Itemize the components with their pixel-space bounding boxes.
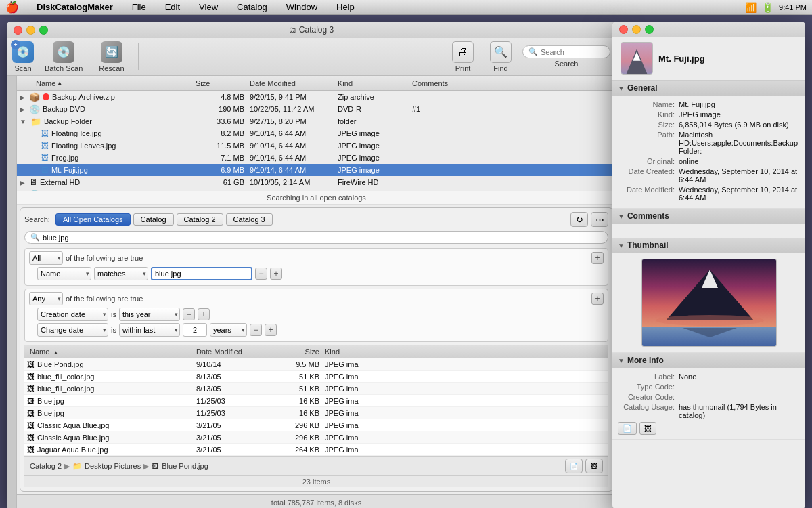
find-button[interactable]: 🔍 Find	[484, 39, 517, 75]
all-select-wrapper[interactable]: All Any	[29, 251, 63, 265]
search-tab-catalog[interactable]: Catalog	[133, 213, 174, 226]
info-row-label: Label: None	[618, 373, 800, 381]
change-field-wrapper[interactable]: Change date	[37, 323, 108, 337]
add-criteria-btn[interactable]: +	[591, 252, 604, 264]
any-select-wrapper[interactable]: Any All	[29, 292, 63, 305]
col-kind-header[interactable]: Kind	[338, 79, 412, 87]
creation-val-select[interactable]: this year	[119, 308, 180, 321]
batch-scan-button[interactable]: 💿 Batch Scan	[39, 39, 88, 75]
operator-select-wrapper[interactable]: matches	[94, 267, 148, 280]
comments-section-header[interactable]: ▼ Comments	[612, 209, 805, 224]
menu-window[interactable]: Window	[282, 1, 321, 14]
field-select-wrapper[interactable]: Name	[37, 267, 91, 280]
remove-creation-btn[interactable]: −	[183, 308, 195, 320]
search-tab-catalog2[interactable]: Catalog 2	[177, 213, 223, 226]
toolbar-sep	[138, 43, 139, 70]
right-min-btn[interactable]	[632, 25, 641, 34]
search-more-btn[interactable]: ⋯	[591, 212, 608, 227]
dvd-icon: 💿	[29, 104, 40, 114]
menu-edit[interactable]: Edit	[161, 1, 184, 14]
table-row[interactable]: 🖼 Floating Ice.jpg 8.2 MB 9/10/14, 6:44 …	[17, 127, 616, 140]
operator-select[interactable]: matches	[94, 267, 148, 280]
table-row[interactable]: ▶ 💿 Backup DVD 190 MB 10/22/05, 11:42 AM…	[17, 103, 616, 115]
breadcrumb-file[interactable]: Blue Pond.jpg	[162, 462, 208, 470]
add-inner-btn[interactable]: +	[591, 293, 604, 305]
change-val-select[interactable]: within last	[119, 323, 180, 337]
maximize-button[interactable]	[39, 26, 48, 35]
table-row[interactable]: ▶ 🖥 External HD 61 GB 10/10/05, 2:14 AM …	[17, 176, 616, 188]
search-tab-catalog3[interactable]: Catalog 3	[226, 213, 273, 226]
unit-select[interactable]: years	[210, 323, 247, 337]
any-select[interactable]: Any All	[29, 292, 63, 305]
search-refresh-btn[interactable]: ↻	[570, 212, 588, 227]
print-button[interactable]: 🖨 Print	[447, 39, 479, 75]
breadcrumb-file-btn[interactable]: 📄	[565, 459, 583, 473]
table-row[interactable]: ▼ 📁 Backup Folder 33.6 MB 9/27/15, 8:20 …	[17, 115, 616, 127]
table-row[interactable]: ▶ 📦 Backup Archive.zip 4.8 MB 9/20/15, 9…	[17, 91, 616, 103]
col-comments-header[interactable]: Comments	[412, 79, 613, 87]
change-field-select[interactable]: Change date	[37, 323, 108, 337]
col-size-header[interactable]: Size	[196, 79, 250, 87]
apple-menu[interactable]: 🍎	[5, 1, 19, 14]
tree-toggle[interactable]: ▶	[20, 93, 25, 101]
tree-toggle[interactable]: ▶	[20, 106, 25, 113]
remove-criteria-btn[interactable]: −	[255, 268, 267, 280]
num-input[interactable]	[183, 323, 207, 337]
search-tab-all[interactable]: All Open Catalogs	[55, 213, 131, 226]
list-item[interactable]: 🖼 Blue Pond.jpg 9/10/14 9.5 MB JPEG ima	[24, 358, 608, 371]
value-input[interactable]	[151, 267, 252, 280]
menu-help[interactable]: Help	[332, 1, 359, 14]
creation-field-wrapper[interactable]: Creation date	[37, 308, 108, 321]
search-input-box[interactable]: 🔍	[24, 231, 608, 244]
all-select[interactable]: All Any	[29, 251, 63, 265]
list-item[interactable]: 🖼 blue_fill_color.jpg 8/13/05 51 KB JPEG…	[24, 383, 608, 395]
table-row[interactable]: 🖼 Floating Leaves.jpg 11.5 MB 9/10/14, 6…	[17, 140, 616, 152]
menu-view[interactable]: View	[195, 1, 222, 14]
search-input[interactable]	[43, 234, 602, 242]
res-col-date[interactable]: Date Modified	[196, 347, 277, 356]
more-info-section-header[interactable]: ▼ More Info	[612, 353, 805, 368]
list-item[interactable]: 🖼 Blue.jpg 11/25/03 16 KB JPEG ima	[24, 407, 608, 419]
tree-toggle[interactable]: ▼	[20, 118, 26, 125]
creation-val-wrapper[interactable]: this year	[119, 308, 180, 321]
menu-file[interactable]: File	[128, 1, 150, 14]
menu-app[interactable]: DiskCatalogMaker	[32, 1, 117, 14]
img-icon-btn[interactable]: 🖼	[639, 422, 656, 435]
col-name-header[interactable]: Name ▲	[20, 79, 196, 87]
add-creation-btn[interactable]: +	[198, 308, 210, 320]
minimize-button[interactable]	[26, 26, 35, 35]
rescan-button[interactable]: 🔄 Rescan	[93, 39, 129, 75]
search-toolbar-input[interactable]	[541, 48, 604, 56]
field-select[interactable]: Name	[37, 267, 91, 280]
thumbnail-section-header[interactable]: ▼ Thumbnail	[612, 238, 805, 253]
menu-catalog[interactable]: Catalog	[233, 1, 271, 14]
general-section-header[interactable]: ▼ General	[612, 81, 805, 96]
res-col-kind[interactable]: Kind	[325, 347, 606, 356]
unit-wrapper[interactable]: years	[210, 323, 247, 337]
change-val-wrapper[interactable]: within last	[119, 323, 180, 337]
remove-change-btn[interactable]: −	[250, 324, 262, 336]
table-row-selected[interactable]: 🖼 Mt. Fuji.jpg 6.9 MB 9/10/14, 6:44 AM J…	[17, 164, 616, 176]
res-img-icon: 🖼	[27, 409, 35, 417]
tree-toggle[interactable]: ▶	[20, 179, 25, 186]
search-toolbar-box[interactable]: 🔍	[522, 45, 610, 58]
breadcrumb-img-btn[interactable]: 🖼	[585, 459, 603, 473]
res-col-size[interactable]: Size	[277, 347, 325, 356]
list-item[interactable]: 🖼 Classic Aqua Blue.jpg 3/21/05 296 KB J…	[24, 419, 608, 431]
right-max-btn[interactable]	[645, 25, 654, 34]
add-change-btn[interactable]: +	[265, 324, 277, 336]
list-item[interactable]: 🖼 Jaguar Aqua Blue.jpg 3/21/05 264 KB JP…	[24, 444, 608, 456]
list-item[interactable]: 🖼 blue_fill_color.jpg 8/13/05 51 KB JPEG…	[24, 371, 608, 383]
close-button[interactable]	[14, 26, 22, 35]
breadcrumb-folder[interactable]: Desktop Pictures	[85, 462, 141, 470]
breadcrumb-catalog[interactable]: Catalog 2	[30, 462, 62, 470]
table-row[interactable]: 🖼 Frog.jpg 7.1 MB 9/10/14, 6:44 AM JPEG …	[17, 152, 616, 164]
list-item[interactable]: 🖼 Blue.jpg 11/25/03 16 KB JPEG ima	[24, 395, 608, 407]
res-col-name[interactable]: Name ▲	[27, 347, 196, 356]
right-close-btn[interactable]	[619, 25, 628, 34]
col-date-header[interactable]: Date Modified	[250, 79, 338, 87]
doc-icon-btn[interactable]: 📄	[618, 422, 637, 435]
add-criteria-row-btn[interactable]: +	[270, 268, 282, 280]
creation-field-select[interactable]: Creation date	[37, 308, 108, 321]
list-item[interactable]: 🖼 Classic Aqua Blue.jpg 3/21/05 296 KB J…	[24, 431, 608, 444]
